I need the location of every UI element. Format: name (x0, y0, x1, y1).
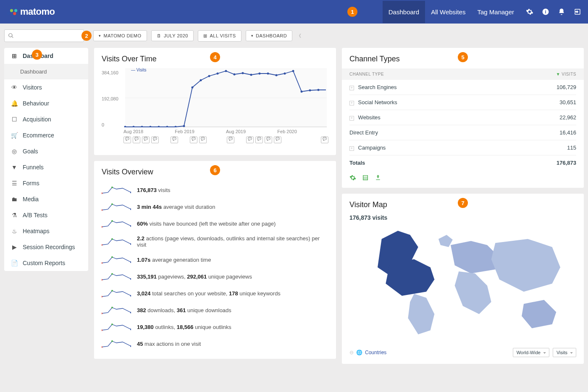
svg-point-33 (318, 89, 320, 91)
overview-row: 1.07s average generation time (102, 251, 328, 268)
gear-icon[interactable] (526, 8, 533, 16)
zoom-out-icon: ⊖ (349, 350, 354, 355)
svg-point-53 (111, 290, 113, 292)
collapse-icon[interactable]: 《 (297, 33, 301, 39)
card-visits-over-time: 4 Visits Over Time — Visits 384,160 192,… (94, 48, 336, 155)
matomo-logo-icon (7, 8, 18, 16)
svg-point-1 (10, 9, 13, 12)
search-icon (8, 33, 14, 39)
svg-point-46 (102, 262, 102, 264)
target-icon: ◎ (11, 148, 18, 155)
sidebar-item-custom-reports[interactable]: 📄Custom Reports (4, 255, 88, 271)
sidebar-item-media[interactable]: 🖿Media (4, 191, 88, 207)
svg-point-37 (102, 209, 102, 211)
top-nav: Dashboard All Websites Tag Manager i (383, 1, 581, 23)
period-selector[interactable]: 🗓JULY 2020 (151, 30, 194, 41)
sidebar-item-behaviour[interactable]: 🔔Behaviour (4, 95, 88, 111)
svg-point-24 (242, 72, 244, 74)
sidebar-item-heatmaps[interactable]: ♨Heatmaps (4, 223, 88, 239)
info-icon[interactable]: i (542, 8, 549, 16)
sidebar: 3 ⊞Dashboard Dashboard 👁Visitors 🔔Behavi… (4, 48, 88, 271)
form-icon: ☰ (11, 180, 18, 187)
table-totals-row: Totals 176,873 (349, 155, 576, 170)
search-input[interactable] (4, 29, 84, 42)
svg-point-55 (102, 313, 102, 314)
svg-point-25 (250, 74, 252, 76)
world-map[interactable] (349, 223, 576, 345)
nav-all-websites[interactable]: All Websites (425, 1, 471, 23)
site-selector[interactable]: ▾MATOMO DEMO (93, 30, 147, 41)
sidebar-item-session-recordings[interactable]: ▶Session Recordings (4, 239, 88, 255)
logout-icon[interactable] (574, 8, 581, 16)
col-channel-type: CHANNEL TYPE (349, 72, 384, 76)
overview-row: 335,191 pageviews, 292,061 unique pagevi… (102, 268, 328, 285)
flame-icon: ♨ (11, 228, 18, 234)
sidebar-item-goals[interactable]: ◎Goals (4, 143, 88, 159)
svg-point-23 (234, 74, 236, 76)
sidebar-sub-dashboard[interactable]: Dashboard (4, 64, 88, 79)
visits-chart[interactable]: — Visits 384,160 192,080 0 (102, 68, 328, 148)
annotation-badge-6: 6 (210, 165, 220, 175)
bell-icon[interactable] (558, 8, 565, 16)
sidebar-item-visitors[interactable]: 👁Visitors (4, 79, 88, 95)
overview-row: 3 min 44s average visit duration (102, 198, 328, 215)
overview-row: 60% visits have bounced (left the websit… (102, 215, 328, 232)
expand-icon[interactable]: + (349, 101, 354, 105)
svg-point-59 (111, 324, 113, 325)
card-actions (349, 174, 576, 181)
svg-point-61 (102, 346, 102, 348)
binoculars-icon: 👁 (11, 84, 18, 91)
globe-icon: 🌐 (356, 350, 362, 355)
table-row[interactable]: + Search Engines106,729 (349, 80, 576, 95)
card-visits-overview: 6 Visits Overview 176,873 visits3 min 44… (94, 161, 336, 359)
logo[interactable]: matomo (7, 6, 55, 17)
chart-annotations[interactable]: 💬💬💬💬 💬 💬💬 💬 💬💬💬💬 💬 (123, 137, 328, 143)
expand-icon[interactable]: + (349, 86, 354, 90)
sidebar-item-forms[interactable]: ☰Forms (4, 175, 88, 191)
svg-point-56 (111, 307, 113, 308)
sparkline (102, 305, 131, 315)
annotation-badge-5: 5 (458, 52, 468, 62)
svg-point-34 (102, 192, 102, 194)
svg-text:i: i (545, 9, 546, 14)
play-icon: ▶ (11, 244, 18, 250)
svg-point-2 (13, 12, 16, 15)
sidebar-item-dashboard[interactable]: ⊞Dashboard (4, 48, 88, 64)
svg-point-31 (301, 91, 303, 93)
filter-bar: 2 ▾MATOMO DEMO 🗓JULY 2020 ⊞ALL VISITS ▾D… (0, 24, 588, 48)
expand-icon[interactable]: + (349, 146, 354, 151)
table-row[interactable]: + Websites22,962 (349, 110, 576, 125)
svg-point-47 (111, 256, 113, 258)
segment-selector[interactable]: ⊞ALL VISITS (198, 30, 242, 42)
topbar: matomo 1 Dashboard All Websites Tag Mana… (0, 0, 588, 24)
table-row[interactable]: Direct Entry16,416 (349, 125, 576, 140)
sparkline (102, 339, 131, 349)
export-icon[interactable] (375, 174, 381, 181)
sparkline (102, 322, 131, 332)
col-visits[interactable]: ▼ VISITS (556, 72, 576, 76)
map-total-visits: 176,873 visits (349, 214, 576, 221)
map-metric-select[interactable]: Visits (553, 348, 576, 357)
flask-icon: ⚗ (11, 212, 18, 218)
sidebar-item-funnels[interactable]: ▼Funnels (4, 159, 88, 175)
sidebar-item-abtests[interactable]: ⚗A/B Tests (4, 207, 88, 223)
overview-row: 19,380 outlinks, 18,566 unique outlinks (102, 318, 328, 335)
map-countries-toggle[interactable]: ⊖ 🌐 Countries (349, 350, 386, 355)
expand-icon[interactable]: + (349, 116, 354, 121)
dashboard-selector[interactable]: ▾DASHBOARD (246, 30, 293, 41)
gear-icon[interactable] (349, 174, 356, 181)
table-row[interactable]: + Social Networks30,651 (349, 95, 576, 110)
sparkline (102, 271, 131, 282)
calendar-icon: 🗓 (157, 33, 162, 38)
svg-point-50 (111, 273, 113, 275)
overview-row: 45 max actions in one visit (102, 335, 328, 352)
table-row[interactable]: + Campaigns115 (349, 140, 576, 155)
nav-dashboard[interactable]: Dashboard (383, 1, 425, 23)
sidebar-item-acquisition[interactable]: ☐Acquisition (4, 111, 88, 127)
table-icon[interactable] (362, 174, 369, 181)
map-region-select[interactable]: World-Wide (513, 348, 549, 357)
svg-point-52 (102, 296, 102, 297)
svg-point-49 (102, 279, 102, 281)
nav-tag-manager[interactable]: Tag Manager (471, 1, 520, 23)
sidebar-item-ecommerce[interactable]: 🛒Ecommerce (4, 127, 88, 143)
